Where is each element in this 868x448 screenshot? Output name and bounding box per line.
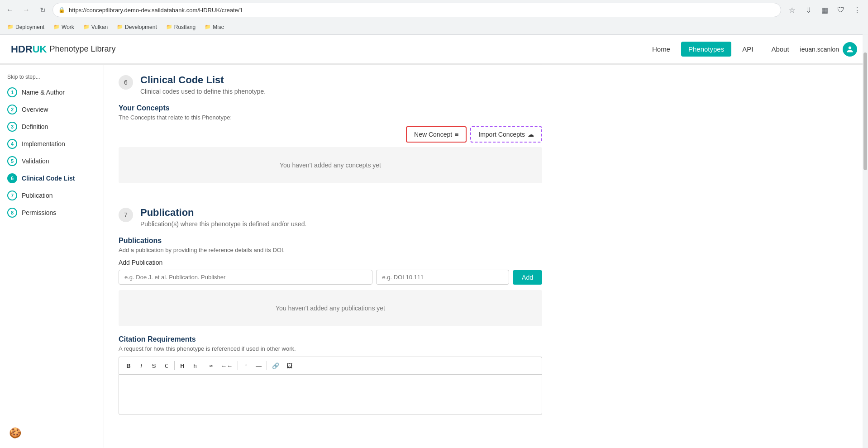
bookmark-label: Development <box>125 24 157 30</box>
editor-hr-button[interactable]: — <box>253 360 265 372</box>
add-button-label: Add <box>522 274 533 281</box>
concepts-toolbar: New Concept ≡ Import Concepts ☁ <box>119 126 542 143</box>
import-concepts-button[interactable]: Import Concepts ☁ <box>470 126 542 143</box>
bookmarks-bar: 📁 Deployment 📁 Work 📁 Vulkan 📁 Developme… <box>0 20 868 34</box>
bookmark-misc[interactable]: 📁 Misc <box>201 23 228 31</box>
editor-blockquote-button[interactable]: “ <box>240 360 252 372</box>
header-nav: Home Phenotypes API About ieuan.scanlon <box>645 42 857 57</box>
section-desc-6: Clinical codes used to define this pheno… <box>140 88 266 95</box>
logo: HDRUK Phenotype Library <box>11 43 116 55</box>
editor-code-button[interactable]: C <box>161 360 172 372</box>
scrollbar-thumb[interactable] <box>863 52 867 170</box>
section-title-block-6: Clinical Code List Clinical codes used t… <box>140 74 266 95</box>
bookmark-label: Rustlang <box>174 24 196 30</box>
step-item-4[interactable]: 4 Implementation <box>7 137 96 151</box>
logo-hdr: HDR <box>11 43 33 55</box>
bookmark-work[interactable]: 📁 Work <box>50 23 78 31</box>
editor-link-button[interactable]: 🔗 <box>269 360 282 372</box>
bookmark-label: Vulkan <box>91 24 108 30</box>
your-concepts-desc: The Concepts that relate to this Phenoty… <box>119 114 542 121</box>
app-header: HDRUK Phenotype Library Home Phenotypes … <box>0 35 868 64</box>
nav-api[interactable]: API <box>735 42 760 57</box>
step-num-1: 1 <box>7 87 17 97</box>
new-concept-button[interactable]: New Concept ≡ <box>406 126 467 143</box>
bookmark-folder-icon: 📁 <box>7 24 14 30</box>
editor-bold-button[interactable]: B <box>123 360 134 372</box>
browser-chrome: ← → ↻ 🔒 https://conceptlibrary.demo-dev.… <box>0 0 868 35</box>
user-name: ieuan.scanlon <box>800 46 839 53</box>
step-item-3[interactable]: 3 Definition <box>7 120 96 133</box>
pub-reference-input[interactable] <box>119 270 372 285</box>
forward-button[interactable]: → <box>20 4 33 16</box>
extensions-icon[interactable]: ▦ <box>817 3 832 17</box>
editor-ol-button[interactable]: ⁣⁣≈ <box>205 360 217 372</box>
editor-image-button[interactable]: 🖼 <box>283 360 296 372</box>
skip-label: Skip to step... <box>7 74 96 80</box>
logo-subtitle: Phenotype Library <box>49 44 115 54</box>
back-button[interactable]: ← <box>4 4 16 16</box>
bookmark-rustlang[interactable]: 📁 Rustlang <box>162 23 199 31</box>
bookmark-folder-icon: 📁 <box>53 24 60 30</box>
section-title-6: Clinical Code List <box>140 74 266 86</box>
step-label-3: Definition <box>22 123 48 130</box>
step-num-7: 7 <box>7 191 17 200</box>
shield-icon[interactable]: 🛡 <box>834 3 848 17</box>
step-label-6: Clinical Code List <box>22 175 75 182</box>
step-item-8[interactable]: 8 Permissions <box>7 206 96 219</box>
editor-ul-button[interactable]: ←← <box>218 360 236 372</box>
step-num-4: 4 <box>7 139 17 149</box>
step-item-2[interactable]: 2 Overview <box>7 103 96 116</box>
add-publication-button[interactable]: Add <box>513 270 542 285</box>
menu-icon[interactable]: ⋮ <box>850 3 864 17</box>
citation-desc: A request for how this phenotype is refe… <box>119 345 542 352</box>
bookmark-vulkan[interactable]: 📁 Vulkan <box>80 23 111 31</box>
empty-pub-msg: You haven't added any publications yet <box>276 305 385 312</box>
citation-editor-area[interactable] <box>119 374 542 415</box>
step-item-5[interactable]: 5 Validation <box>7 154 96 168</box>
pub-doi-input[interactable] <box>376 270 509 285</box>
nav-home[interactable]: Home <box>645 42 677 57</box>
step-label-8: Permissions <box>22 209 56 216</box>
address-bar[interactable]: 🔒 https://conceptlibrary.demo-dev.sailda… <box>52 3 781 17</box>
editor-italic-button[interactable]: I <box>135 360 147 372</box>
section-desc-7: Publication(s) where this phenotype is d… <box>140 220 306 228</box>
editor-divider-4 <box>267 361 267 370</box>
editor-strikethrough-button[interactable]: S <box>148 360 160 372</box>
nav-phenotypes[interactable]: Phenotypes <box>681 42 731 57</box>
editor-h2-button[interactable]: h <box>189 360 201 372</box>
step-num-2: 2 <box>7 105 17 114</box>
step-item-7[interactable]: 7 Publication <box>7 189 96 202</box>
cookie-button[interactable]: 🍪 <box>9 427 21 439</box>
downloads-icon[interactable]: ⇓ <box>801 3 816 17</box>
browser-actions: ☆ ⇓ ▦ 🛡 ⋮ <box>785 3 864 17</box>
step-label-1: Name & Author <box>22 89 65 96</box>
editor-divider-1 <box>174 361 175 370</box>
main-container: Skip to step... 1 Name & Author 2 Overvi… <box>0 65 868 448</box>
step-item-1[interactable]: 1 Name & Author <box>7 86 96 99</box>
reload-button[interactable]: ↻ <box>36 4 49 16</box>
bookmark-folder-icon: 📁 <box>166 24 172 30</box>
content-area: 6 Clinical Code List Clinical codes used… <box>104 65 557 448</box>
bookmark-label: Misc <box>213 24 224 30</box>
citation-title: Citation Requirements <box>119 335 542 343</box>
editor-h1-button[interactable]: H <box>176 360 188 372</box>
publications-desc: Add a publication by providing the refer… <box>119 247 542 253</box>
bookmarks-icon[interactable]: ☆ <box>785 3 799 17</box>
section-num-badge-6: 6 <box>119 75 133 90</box>
nav-user[interactable]: ieuan.scanlon <box>800 42 857 57</box>
step-num-6: 6 <box>7 173 17 183</box>
citation-section: Citation Requirements A request for how … <box>119 335 542 415</box>
empty-concepts-msg: You haven't added any concepts yet <box>280 162 381 169</box>
step-item-6[interactable]: 6 Clinical Code List <box>7 172 96 185</box>
nav-about[interactable]: About <box>764 42 796 57</box>
bookmark-deployment[interactable]: 📁 Deployment <box>4 23 48 31</box>
page-scrollbar[interactable] <box>863 34 868 448</box>
section-publication: 7 Publication Publication(s) where this … <box>119 198 542 415</box>
step-label-5: Validation <box>22 157 49 165</box>
bookmark-development[interactable]: 📁 Development <box>113 23 161 31</box>
section-header-6: 6 Clinical Code List Clinical codes used… <box>119 65 542 95</box>
your-concepts-title: Your Concepts <box>119 104 542 112</box>
bookmark-folder-icon: 📁 <box>117 24 123 30</box>
publications-title: Publications <box>119 237 542 245</box>
step-num-3: 3 <box>7 122 17 132</box>
